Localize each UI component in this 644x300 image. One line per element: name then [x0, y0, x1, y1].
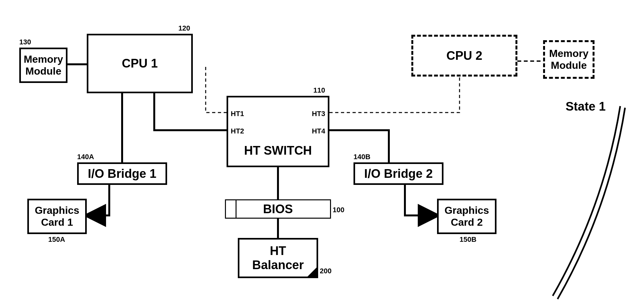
port-ht4: HT4 [312, 127, 325, 135]
memory-module-1: MemoryModule [19, 48, 67, 83]
port-ht1: HT1 [231, 110, 244, 118]
bios: BIOS [225, 199, 331, 219]
state-label: State 1 [566, 100, 606, 114]
ref-iobridge1: 140A [77, 153, 94, 161]
cpu-2: CPU 2 [411, 35, 517, 77]
io-bridge-2: I/O Bridge 2 [353, 162, 443, 185]
io-bridge-2-label: I/O Bridge 2 [364, 167, 433, 181]
cpu-1-label: CPU 1 [122, 57, 158, 70]
port-ht2: HT2 [231, 127, 244, 135]
ht-switch: HT SWITCH HT1 HT2 HT3 HT4 [227, 96, 329, 167]
io-bridge-1-label: I/O Bridge 1 [88, 167, 156, 181]
ht-balancer-label: HTBalancer [252, 244, 304, 272]
balancer-corner-icon [308, 268, 317, 277]
graphics-card-2-label: GraphicsCard 2 [444, 205, 489, 228]
memory-module-2-label: MemoryModule [549, 48, 589, 71]
ref-graphics1: 150A [48, 235, 65, 244]
port-ht3: HT3 [312, 110, 325, 118]
cpu-2-label: CPU 2 [446, 49, 482, 63]
memory-module-1-label: MemoryModule [24, 53, 63, 77]
memory-module-2: MemoryModule [543, 40, 595, 79]
cpu-1: CPU 1 [87, 34, 193, 93]
ref-cpu1: 120 [178, 24, 190, 32]
ref-graphics2: 150B [460, 235, 477, 244]
ref-balancer: 200 [320, 267, 332, 275]
graphics-card-2: GraphicsCard 2 [437, 199, 496, 234]
ht-balancer: HTBalancer [238, 238, 318, 278]
ref-htswitch: 110 [313, 86, 325, 95]
ht-switch-label: HT SWITCH [228, 144, 328, 158]
ref-memory1: 130 [19, 38, 31, 46]
bios-label: BIOS [263, 202, 293, 216]
graphics-card-1: GraphicsCard 1 [27, 199, 87, 234]
ref-bios: 100 [333, 206, 344, 214]
io-bridge-1: I/O Bridge 1 [77, 162, 167, 185]
graphics-card-1-label: GraphicsCard 1 [35, 205, 79, 228]
ref-iobridge2: 140B [353, 153, 371, 161]
